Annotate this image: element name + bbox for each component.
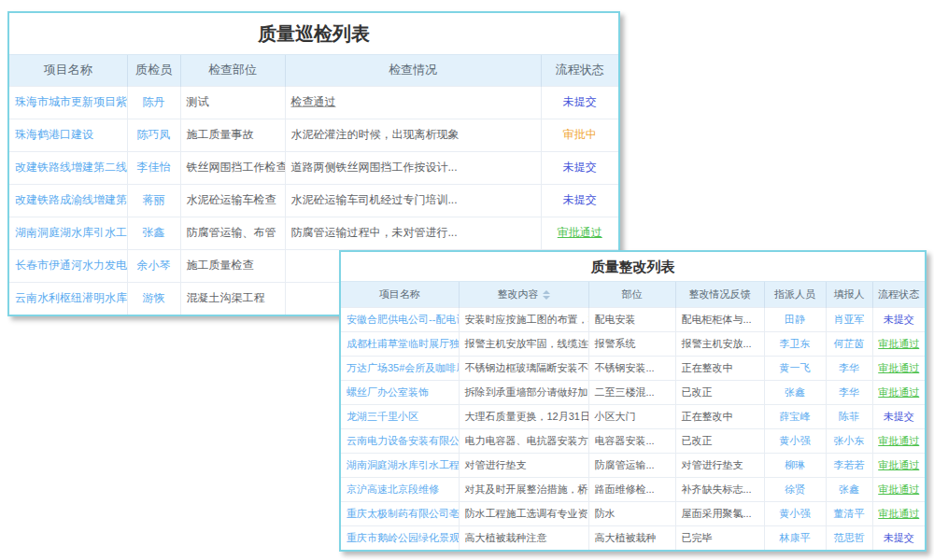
- part-cell: 防水: [588, 501, 675, 525]
- table-row: 京沪高速北京段维修对其及时开展整治措施，桥头...路面维修检...补齐缺失标志.…: [341, 477, 925, 501]
- column-header-label: 流程状态: [878, 288, 919, 300]
- inspection-situation-cell: 水泥砼运输车司机经过专门培训...: [285, 184, 541, 217]
- flow-status-cell[interactable]: 审批通过: [541, 217, 618, 249]
- project-name-cell[interactable]: 万达广场35#会所及咖啡厅空...: [341, 356, 459, 380]
- feedback-cell: 对管进行垫支: [675, 453, 764, 477]
- inspection-part-cell: 铁丝网围挡工作检查: [180, 151, 285, 184]
- sort-caret-icon[interactable]: [543, 288, 550, 301]
- table-row: 万达广场35#会所及咖啡厅空...不锈钢边框玻璃隔断安装不牢...不锈钢安装..…: [341, 356, 925, 380]
- inspector-cell[interactable]: 蒋丽: [127, 184, 180, 217]
- inspection-part-cell: 混凝土沟渠工程: [180, 282, 285, 315]
- part-cell: 不锈钢安装...: [588, 356, 675, 380]
- project-name-cell[interactable]: 螺丝厂办公室装饰: [341, 380, 459, 404]
- project-name-cell[interactable]: 改建铁路成渝线增建第...: [9, 184, 127, 217]
- project-name-cell[interactable]: 京沪高速北京段维修: [341, 477, 459, 501]
- flow-status-cell[interactable]: 审批通过: [872, 356, 925, 380]
- project-name-cell[interactable]: 珠海市城市更新项目紫...: [9, 86, 127, 119]
- table-row: 云南电力设备安装有限公司20...电力电容器、电抗器安装方案...电容器安装..…: [341, 428, 925, 453]
- col-feedback-header: 整改情况反馈: [675, 282, 764, 307]
- column-header-label: 检查部位: [208, 63, 257, 77]
- rectify-content-cell: 不锈钢边框玻璃隔断安装不牢...: [459, 356, 588, 380]
- project-name-cell[interactable]: 云南水利枢纽潜明水库...: [9, 282, 127, 315]
- rectification-header-row: 项目名称整改内容部位整改情况反馈指派人员填报人流程状态: [341, 282, 925, 307]
- assignee-cell[interactable]: 黄一飞: [764, 356, 826, 380]
- assignee-cell[interactable]: 黄小强: [764, 428, 826, 453]
- col-rectify-content-header[interactable]: 整改内容: [459, 282, 588, 307]
- inspection-situation-cell: 防腐管运输过程中，未对管进行...: [285, 217, 541, 249]
- project-name-cell[interactable]: 云南电力设备安装有限公司20...: [341, 428, 459, 453]
- column-header-label: 检查情况: [389, 63, 437, 77]
- column-header-label: 整改情况反馈: [689, 288, 751, 300]
- reporter-cell[interactable]: 李华: [826, 356, 872, 380]
- inspection-situation-cell: 道路两侧铁丝网围挡工作按设计...: [285, 151, 541, 184]
- assignee-cell[interactable]: 柳琳: [764, 453, 826, 477]
- flow-status-cell[interactable]: 审批通过: [872, 331, 925, 356]
- assignee-cell[interactable]: 徐贤: [764, 477, 826, 501]
- inspector-cell[interactable]: 李佳怡: [127, 151, 180, 184]
- rectify-content-cell: 拆除到承重墙部分请做好加固...: [459, 380, 588, 404]
- project-name-cell[interactable]: 安徽合肥供电公司--配电设备...: [341, 307, 459, 331]
- table-row: 重庆市鹅岭公园绿化景观提升...高大植被栽种注意高大植被栽种已完毕林康平范思哲未…: [341, 525, 925, 550]
- rectify-content-cell: 高大植被栽种注意: [459, 525, 588, 550]
- reporter-cell[interactable]: 董清平: [826, 501, 872, 525]
- project-name-cell[interactable]: 成都杜甫草堂临时展厅独立展...: [341, 331, 459, 356]
- assignee-cell[interactable]: 林康平: [764, 525, 826, 550]
- rectification-table-title: 质量整改列表: [341, 252, 925, 282]
- column-header-label: 填报人: [834, 288, 865, 300]
- column-header-label: 整改内容: [498, 288, 539, 300]
- inspector-cell[interactable]: 陈丹: [127, 86, 180, 119]
- column-header-label: 质检员: [135, 63, 172, 77]
- part-cell: 小区大门: [588, 404, 675, 428]
- project-name-cell[interactable]: 长春市伊通河水力发电...: [9, 249, 127, 282]
- part-cell: 防腐管运输...: [588, 453, 675, 477]
- assignee-cell[interactable]: 张鑫: [764, 380, 826, 404]
- project-name-cell[interactable]: 湖南洞庭湖水库引水工...: [9, 217, 127, 249]
- project-name-cell[interactable]: 重庆市鹅岭公园绿化景观提升...: [341, 525, 459, 550]
- flow-status-cell[interactable]: 审批通过: [872, 453, 925, 477]
- inspection-part-cell: 测试: [180, 86, 285, 119]
- project-name-cell[interactable]: 重庆太极制药有限公司亳州中...: [341, 501, 459, 525]
- reporter-cell[interactable]: 张小东: [826, 428, 872, 453]
- flow-status-cell[interactable]: 审批通过: [872, 380, 925, 404]
- part-cell: 路面维修检...: [588, 477, 675, 501]
- column-header-label: 部位: [622, 288, 643, 300]
- flow-status-cell[interactable]: 审批通过: [872, 501, 925, 525]
- table-row: 改建铁路成渝线增建第...蒋丽水泥砼运输车检查水泥砼运输车司机经过专门培训...…: [9, 184, 618, 217]
- feedback-cell: 已改正: [675, 380, 764, 404]
- column-header-label: 项目名称: [379, 288, 420, 300]
- reporter-cell[interactable]: 陈菲: [826, 404, 872, 428]
- inspector-cell[interactable]: 张鑫: [127, 217, 180, 249]
- assignee-cell[interactable]: 李卫东: [764, 331, 826, 356]
- inspector-cell[interactable]: 余小琴: [127, 249, 180, 282]
- inspector-cell[interactable]: 游恢: [127, 282, 180, 315]
- project-name-cell[interactable]: 珠海鹤港口建设: [9, 119, 127, 151]
- assignee-cell[interactable]: 黄小强: [764, 501, 826, 525]
- col-flow-status-header: 流程状态: [872, 282, 925, 307]
- project-name-cell[interactable]: 湖南洞庭湖水库引水工程施工标: [341, 453, 459, 477]
- reporter-cell[interactable]: 张鑫: [826, 477, 872, 501]
- flow-status-cell[interactable]: 审批通过: [872, 477, 925, 501]
- inspector-cell[interactable]: 陈巧凤: [127, 119, 180, 151]
- inspection-part-cell: 水泥砼运输车检查: [180, 184, 285, 217]
- reporter-cell[interactable]: 何芷茵: [826, 331, 872, 356]
- reporter-cell[interactable]: 范思哲: [826, 525, 872, 550]
- rectification-table: 项目名称整改内容部位整改情况反馈指派人员填报人流程状态 安徽合肥供电公司--配电…: [341, 282, 925, 550]
- col-inspection-situation-header: 检查情况: [285, 55, 541, 86]
- feedback-cell: 配电柜柜体与...: [675, 307, 764, 331]
- part-cell: 电容器安装...: [588, 428, 675, 453]
- column-header-label: 项目名称: [44, 63, 92, 77]
- project-name-cell[interactable]: 龙湖三千里小区: [341, 404, 459, 428]
- assignee-cell[interactable]: 田静: [764, 307, 826, 331]
- reporter-cell[interactable]: 李若若: [826, 453, 872, 477]
- assignee-cell[interactable]: 薛宝峰: [764, 404, 826, 428]
- project-name-cell[interactable]: 改建铁路线增建第二线...: [9, 151, 127, 184]
- rectify-content-cell: 安装时应按施工图的布置，将...: [459, 307, 588, 331]
- inspection-situation-cell[interactable]: 检查通过: [285, 86, 541, 119]
- part-cell: 配电安装: [588, 307, 675, 331]
- reporter-cell[interactable]: 李华: [826, 380, 872, 404]
- flow-status-cell[interactable]: 审批通过: [872, 428, 925, 453]
- inspection-header-row: 项目名称质检员检查部位检查情况流程状态: [9, 55, 618, 86]
- reporter-cell[interactable]: 肖亚军: [826, 307, 872, 331]
- flow-status-cell: 未提交: [541, 86, 618, 119]
- table-row: 珠海鹤港口建设陈巧凤施工质量事故水泥砼灌注的时候，出现离析现象审批中: [9, 119, 618, 151]
